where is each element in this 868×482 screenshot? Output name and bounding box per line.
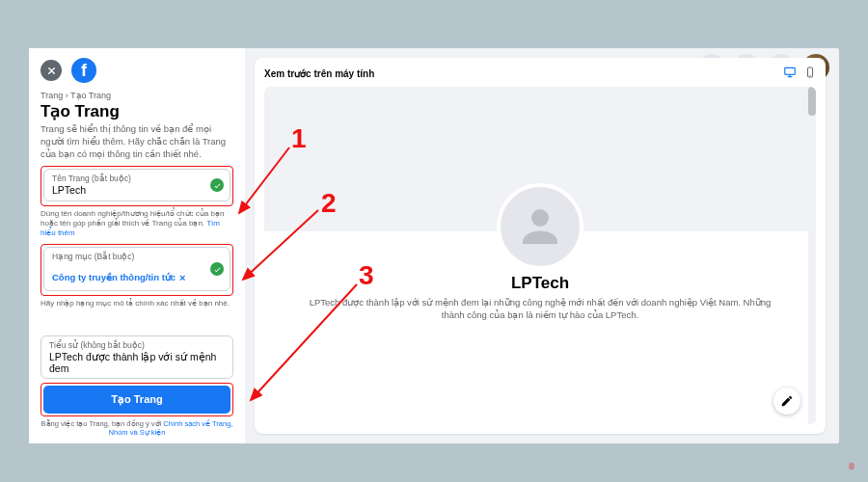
page-name-field[interactable]: Tên Trang (bắt buộc) LPTech <box>43 169 231 201</box>
bio-value: LPTech được thành lập với sứ mệnh đem <box>49 351 225 374</box>
close-icon[interactable] <box>41 60 62 81</box>
preview-page-bio: LPTech được thành lập với sứ mệnh đem lạ… <box>264 296 816 322</box>
facebook-logo-icon[interactable]: f <box>71 58 96 83</box>
annotation-box-2: Hạng mục (Bắt buộc) Công ty truyền thông… <box>41 244 233 296</box>
svg-point-12 <box>531 209 549 227</box>
svg-rect-9 <box>785 67 796 74</box>
bio-field[interactable]: Tiểu sử (không bắt buộc) LPTech được thà… <box>41 335 233 379</box>
category-chip-label: Công ty truyền thông/tin tức <box>52 272 176 282</box>
page-name-hint: Dùng tên doanh nghiệp/thương hiệu/tổ chứ… <box>41 209 233 238</box>
create-page-button[interactable]: Tạo Trang <box>43 386 231 414</box>
breadcrumb: Trang › Tạo Trang <box>41 91 233 100</box>
profile-photo-placeholder <box>497 183 583 270</box>
category-chip[interactable]: Công ty truyền thông/tin tức × <box>52 272 186 283</box>
annotation-number-1: 1 <box>291 123 307 154</box>
annotation-box-1: Tên Trang (bắt buộc) LPTech <box>41 166 233 206</box>
create-page-sidebar: f Trang › Tạo Trang Tạo Trang Trang sẽ h… <box>29 48 245 443</box>
annotation-number-2: 2 <box>321 188 337 219</box>
annotation-box-3: Tạo Trang <box>41 383 233 416</box>
page-name-label: Tên Trang (bắt buộc) <box>52 174 222 183</box>
preview-title: Xem trước trên máy tính <box>264 68 374 79</box>
preview-body: LPTech LPTech được thành lập với sứ mệnh… <box>264 87 816 424</box>
scrollbar-thumb[interactable] <box>808 87 816 116</box>
page-title: Tạo Trang <box>41 101 233 121</box>
page-name-value: LPTech <box>52 184 222 196</box>
category-label: Hạng mục (Bắt buộc) <box>52 252 222 261</box>
svg-point-11 <box>810 75 811 76</box>
watermark <box>847 461 856 472</box>
category-field[interactable]: Hạng mục (Bắt buộc) Công ty truyền thông… <box>43 247 231 291</box>
page-description: Trang sẽ hiển thị thông tin về bạn để mọ… <box>41 123 233 160</box>
app-window: f Trang › Tạo Trang Tạo Trang Trang sẽ h… <box>29 48 839 443</box>
bio-label: Tiểu sử (không bắt buộc) <box>49 340 225 350</box>
chip-remove-icon[interactable]: × <box>179 272 185 283</box>
category-hint: Hãy nhập hạng mục mô tả chính xác nhất v… <box>41 299 233 308</box>
annotation-number-3: 3 <box>359 260 374 291</box>
mobile-preview-icon[interactable] <box>804 66 816 81</box>
check-icon <box>210 178 224 192</box>
preview-page-name: LPTech <box>264 274 816 293</box>
edit-button[interactable] <box>773 388 800 415</box>
policy-text: Bằng việc tạo Trang, bạn đồng ý với Chín… <box>41 419 233 439</box>
check-icon <box>210 262 224 276</box>
preview-area: Xem trước trên máy tính LPTech LPTech đư… <box>245 48 839 443</box>
desktop-preview-icon[interactable] <box>783 66 797 81</box>
preview-card: Xem trước trên máy tính LPTech LPTech đư… <box>255 58 826 434</box>
